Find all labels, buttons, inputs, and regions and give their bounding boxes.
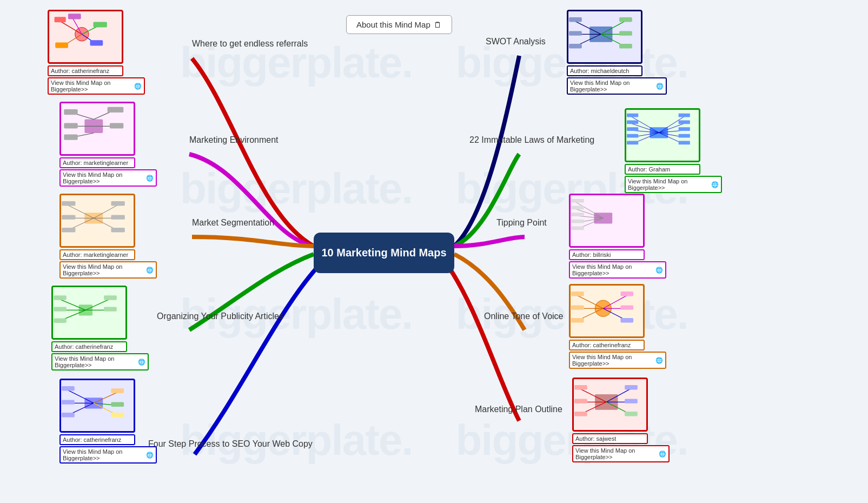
author-swot: Author: michaeldeutch [567, 65, 642, 76]
author-segmentation: Author: marketinglearner [59, 249, 135, 260]
svg-rect-127 [625, 385, 638, 389]
card-publicity: Author: catherinefranz View this Mind Ma… [51, 286, 149, 370]
globe-icon-5: 🌐 [146, 452, 154, 459]
link-laws[interactable]: View this Mind Map on Biggerplate>> 🌐 [625, 176, 722, 193]
link-seo[interactable]: View this Mind Map on Biggerplate>> 🌐 [59, 446, 157, 464]
svg-rect-31 [62, 228, 75, 232]
svg-rect-102 [571, 220, 584, 223]
svg-rect-32 [111, 201, 124, 206]
svg-rect-71 [619, 44, 632, 48]
svg-rect-21 [110, 123, 123, 128]
link-tone[interactable]: View this Mind Map on Biggerplate>> 🌐 [569, 352, 666, 369]
svg-rect-114 [620, 292, 633, 296]
label-environment: Marketing Environment [189, 135, 279, 145]
author-seo: Author: catherinefranz [59, 434, 135, 445]
svg-rect-58 [111, 413, 124, 417]
svg-rect-56 [111, 388, 124, 393]
svg-rect-33 [111, 215, 124, 219]
svg-rect-116 [620, 318, 633, 322]
card-img-segmentation [59, 194, 135, 248]
svg-rect-83 [627, 114, 638, 117]
card-img-environment [59, 102, 135, 156]
label-publicity: Organizing Your Publicity Articles [157, 312, 283, 321]
svg-rect-42 [54, 307, 67, 311]
note-icon: 🗒 [434, 20, 442, 29]
svg-line-50 [94, 392, 119, 403]
globe-icon-2: 🌐 [146, 175, 154, 182]
label-plan: Marketing Plan Outline [475, 405, 562, 414]
card-tipping: Author: billriski View this Mind Map on … [569, 194, 666, 279]
svg-rect-41 [54, 295, 67, 300]
svg-rect-84 [627, 120, 638, 124]
globe-icon-10: 🌐 [659, 451, 666, 458]
svg-rect-53 [62, 386, 75, 391]
link-plan[interactable]: View this Mind Map on Biggerplate>> 🌐 [572, 445, 670, 462]
card-tone: Author: catherinefranz View this Mind Ma… [569, 284, 666, 369]
svg-rect-86 [627, 134, 638, 138]
svg-rect-103 [571, 227, 584, 230]
svg-rect-124 [574, 385, 587, 389]
label-segmentation: Market Segmentation [192, 218, 274, 228]
svg-rect-54 [62, 400, 75, 404]
svg-rect-55 [62, 413, 75, 417]
label-tipping: Tipping Point [496, 218, 547, 228]
svg-rect-66 [569, 17, 582, 22]
svg-rect-125 [574, 399, 587, 403]
card-img-laws [625, 108, 700, 162]
globe-icon-6: 🌐 [656, 83, 664, 90]
card-environment: Author: marketinglearner View this Mind … [59, 102, 157, 187]
card-img-tipping [569, 194, 645, 248]
link-environment[interactable]: View this Mind Map on Biggerplate>> 🌐 [59, 169, 157, 187]
svg-rect-69 [619, 17, 632, 22]
card-laws: Author: Graham View this Mind Map on Big… [625, 108, 722, 193]
label-seo: Four Step Process to SEO Your Web Copy [148, 439, 313, 449]
card-img-plan [572, 378, 648, 432]
svg-rect-99 [571, 199, 584, 203]
card-img-seo [59, 379, 135, 433]
svg-rect-112 [571, 305, 584, 309]
card-img-tone [569, 284, 645, 338]
label-laws: 22 Immutable Laws of Marketing [469, 135, 594, 145]
svg-rect-43 [54, 319, 67, 323]
globe-icon: 🌐 [134, 83, 142, 90]
link-publicity[interactable]: View this Mind Map on Biggerplate>> 🌐 [51, 353, 149, 370]
card-plan: Author: sajwest View this Mind Map on Bi… [572, 378, 670, 462]
svg-rect-10 [68, 14, 81, 19]
svg-rect-9 [55, 43, 68, 48]
svg-rect-29 [62, 201, 75, 206]
svg-rect-113 [571, 318, 584, 322]
svg-rect-45 [104, 307, 117, 311]
svg-rect-92 [679, 141, 690, 145]
card-img-referrals [48, 10, 123, 64]
svg-line-1 [59, 21, 82, 34]
about-label: About this Mind Map [356, 20, 430, 29]
svg-rect-91 [679, 134, 690, 138]
card-seo: Author: catherinefranz View this Mind Ma… [59, 379, 157, 464]
author-publicity: Author: catherinefranz [51, 341, 127, 352]
author-tipping: Author: billriski [569, 249, 645, 260]
label-tone: Online Tone of Voice [484, 312, 563, 321]
svg-rect-88 [679, 114, 690, 117]
svg-rect-68 [569, 44, 582, 48]
link-segmentation[interactable]: View this Mind Map on Biggerplate>> 🌐 [59, 261, 157, 279]
svg-rect-70 [619, 31, 632, 35]
svg-rect-67 [569, 31, 582, 35]
card-referrals: Author: catherinefranz View this Mind Ma… [48, 10, 145, 95]
svg-rect-100 [571, 206, 584, 209]
link-referrals[interactable]: View this Mind Map on Biggerplate>> 🌐 [48, 77, 145, 95]
svg-rect-7 [93, 22, 107, 27]
link-swot[interactable]: View this Mind Map on Biggerplate>> 🌐 [567, 77, 667, 95]
svg-rect-34 [111, 228, 124, 232]
globe-icon-7: 🌐 [711, 181, 719, 188]
globe-icon-4: 🌐 [138, 359, 145, 366]
globe-icon-3: 🌐 [146, 267, 154, 274]
svg-rect-115 [620, 305, 633, 309]
svg-rect-129 [625, 412, 638, 416]
link-tipping[interactable]: View this Mind Map on Biggerplate>> 🌐 [569, 261, 666, 279]
card-img-publicity [51, 286, 127, 340]
svg-rect-128 [625, 399, 638, 403]
about-button[interactable]: About this Mind Map 🗒 [346, 15, 452, 34]
author-environment: Author: marketinglearner [59, 157, 135, 168]
globe-icon-9: 🌐 [655, 357, 663, 364]
svg-rect-101 [571, 213, 584, 216]
